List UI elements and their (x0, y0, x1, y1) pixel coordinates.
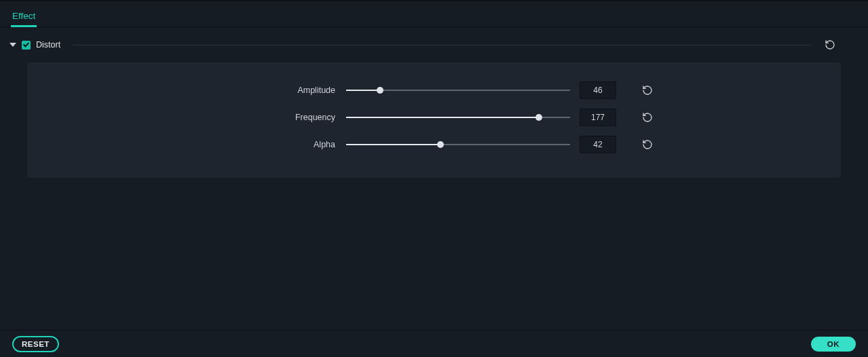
amplitude-slider[interactable] (346, 90, 570, 91)
slider-thumb[interactable] (377, 87, 383, 94)
divider (73, 45, 811, 45)
reset-frequency-icon[interactable] (639, 109, 656, 126)
slider-thumb[interactable] (535, 114, 542, 121)
alpha-input[interactable] (580, 136, 616, 153)
param-label: Alpha (27, 140, 346, 149)
section-title: Distort (36, 40, 60, 50)
frequency-slider[interactable] (346, 117, 570, 118)
reset-section-icon[interactable] (822, 37, 838, 53)
param-row-alpha: Alpha (27, 136, 841, 153)
section-header: Distort (0, 29, 868, 58)
alpha-slider[interactable] (346, 144, 570, 145)
param-row-frequency: Frequency (27, 109, 841, 126)
tab-bar: Effect (0, 1, 868, 27)
section-checkbox[interactable] (22, 41, 31, 50)
param-row-amplitude: Amplitude (27, 81, 841, 99)
distort-panel: Amplitude Frequency (27, 62, 841, 178)
param-label: Amplitude (27, 86, 346, 95)
tab-effect[interactable]: Effect (11, 5, 37, 27)
frequency-input[interactable] (580, 109, 616, 126)
param-label: Frequency (27, 113, 346, 122)
ok-button[interactable]: OK (811, 337, 856, 352)
collapse-arrow-icon[interactable] (10, 43, 16, 47)
reset-button[interactable]: RESET (12, 336, 59, 352)
amplitude-input[interactable] (580, 81, 616, 99)
slider-thumb[interactable] (437, 141, 444, 148)
reset-alpha-icon[interactable] (639, 136, 656, 153)
footer: RESET OK (0, 330, 868, 357)
reset-amplitude-icon[interactable] (639, 82, 656, 98)
